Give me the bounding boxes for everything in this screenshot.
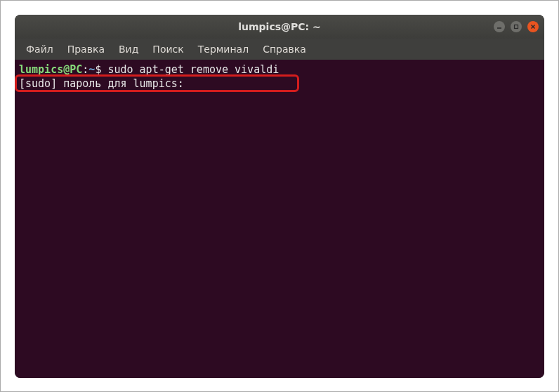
maximize-icon[interactable] <box>511 21 522 32</box>
menu-view[interactable]: Вид <box>113 41 144 58</box>
menu-edit[interactable]: Правка <box>62 41 110 58</box>
prompt-line: lumpics@PC:~$ sudo apt-get remove vivald… <box>19 63 540 77</box>
menu-terminal[interactable]: Терминал <box>192 41 254 58</box>
sudo-password-prompt: [sudo] пароль для lumpics: <box>19 77 540 91</box>
menubar: Файл Правка Вид Поиск Терминал Справка <box>15 39 544 60</box>
menu-search[interactable]: Поиск <box>147 41 189 58</box>
command-text: sudo apt-get remove vivaldi <box>107 63 279 76</box>
prompt-symbol: $ <box>95 63 107 76</box>
screenshot-frame: lumpics@PC: ~ Файл Правка Вид Поиск Терм… <box>0 0 559 392</box>
prompt-user: lumpics@PC <box>19 63 82 76</box>
terminal-area[interactable]: lumpics@PC:~$ sudo apt-get remove vivald… <box>15 60 544 378</box>
titlebar: lumpics@PC: ~ <box>15 15 544 39</box>
close-icon[interactable] <box>527 21 539 32</box>
terminal-window: lumpics@PC: ~ Файл Правка Вид Поиск Терм… <box>15 15 544 378</box>
svg-rect-1 <box>515 25 518 29</box>
menu-help[interactable]: Справка <box>257 41 312 58</box>
menu-file[interactable]: Файл <box>20 41 59 58</box>
minimize-icon[interactable] <box>494 21 505 32</box>
window-title: lumpics@PC: ~ <box>238 21 321 32</box>
window-controls <box>494 21 539 32</box>
prompt-separator: : <box>82 63 88 76</box>
